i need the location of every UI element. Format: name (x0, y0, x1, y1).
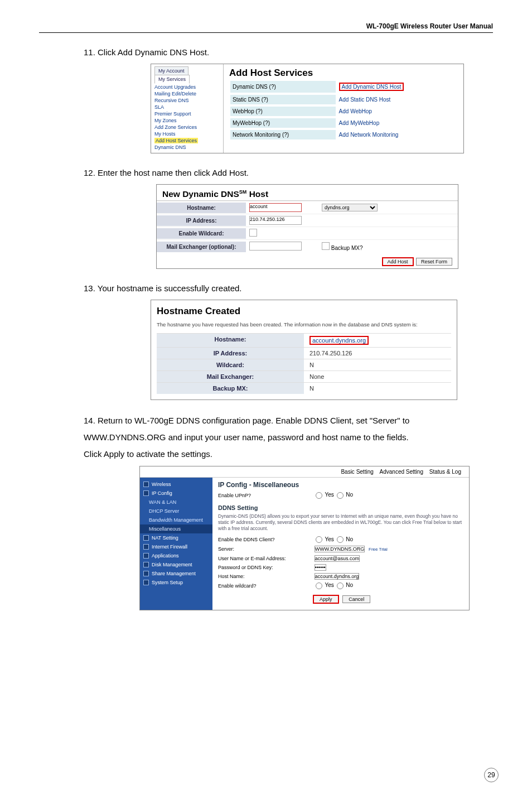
label-enable-wildcard: Enable wildcard? (218, 583, 313, 589)
input-ip[interactable]: 210.74.250.126 (249, 216, 302, 225)
nav-item[interactable]: Disk Management (140, 560, 212, 569)
manual-page: WL-700gE Wireless Router User Manual 11.… (0, 0, 532, 799)
ss3-label: Wildcard: (157, 359, 304, 370)
ss2-heading: New Dynamic DNSSM Host (157, 185, 458, 201)
table-row: Dynamic DNS (?)Add Dynamic DNS Host (230, 81, 457, 93)
label-enable-ddns: Enable the DDNS Client? (218, 537, 313, 542)
checkbox-backup-mx[interactable] (322, 242, 330, 250)
svc-cell: WebHop (?) (230, 107, 336, 116)
table-row: WebHop (?)Add WebHop (230, 107, 457, 116)
label-wildcard: Enable Wildcard: (157, 228, 246, 239)
ss1-sidebar: My Account My Services Account Upgrades … (151, 64, 224, 153)
page-number: 29 (484, 768, 499, 782)
side-link[interactable]: My Hosts (154, 131, 220, 137)
add-network-monitoring-link[interactable]: Add Network Monitoring (339, 132, 399, 138)
side-link[interactable]: Add Zone Services (154, 124, 220, 131)
nav-box-icon (143, 482, 149, 487)
nav-item[interactable]: NAT Setting (140, 533, 212, 542)
label-mx: Mail Exchanger (optional): (157, 242, 246, 252)
nav-item[interactable]: IP Config (140, 489, 212, 498)
input-password[interactable]: •••••• (315, 564, 326, 571)
tab-basic-setting[interactable]: Basic Setting (341, 469, 373, 475)
side-link[interactable]: Recursive DNS (154, 97, 220, 104)
radio-upnp-no[interactable] (337, 492, 344, 499)
radio-wild-no[interactable] (337, 583, 344, 589)
ss3-label: Hostname: (157, 334, 304, 347)
nav-box-icon (143, 553, 149, 559)
add-static-dns-host-link[interactable]: Add Static DNS Host (339, 97, 391, 103)
side-link[interactable]: Add Host Services (154, 137, 220, 144)
side-link[interactable]: My Zones (154, 117, 220, 124)
table-row: Network Monitoring (?)Add Network Monito… (230, 130, 457, 139)
input-hostname-cfg[interactable]: account.dyndns.org (315, 573, 360, 580)
add-webhop-link[interactable]: Add WebHop (339, 108, 372, 114)
page-header: WL-700gE Wireless Router User Manual (39, 22, 493, 33)
ss3-heading: Hostname Created (157, 306, 451, 317)
side-link[interactable]: SLA (154, 104, 220, 110)
nav-item[interactable]: System Setup (140, 578, 212, 587)
side-link-highlight[interactable]: Add Host Services (154, 138, 198, 143)
tab-my-services[interactable]: My Services (154, 75, 190, 84)
step-11: 11. Click Add Dynamic DNS Host. (84, 47, 493, 57)
ss3-bmx-value: N (304, 383, 451, 394)
side-link[interactable]: Mailing Edit/Delete (154, 90, 220, 97)
row-ip: IP Address: 210.74.250.126 (157, 214, 458, 227)
nav-item[interactable]: Internet Firewall (140, 542, 212, 551)
screenshot-hostname-created: Hostname Created The hostname you have r… (151, 300, 457, 400)
input-username[interactable]: account@asus.com (315, 555, 360, 562)
side-link[interactable]: Dynamic DNS (154, 144, 220, 151)
tab-my-account[interactable]: My Account (154, 66, 188, 75)
input-hostname[interactable]: account (249, 203, 302, 212)
input-mx[interactable] (249, 242, 302, 251)
reset-form-button[interactable]: Reset Form (416, 258, 452, 266)
ss1-title: Add Host Services (229, 68, 458, 79)
nav-item[interactable]: Wireless (140, 480, 212, 489)
ss4-nav: Wireless IP Config WAN & LAN DHCP Server… (140, 478, 212, 610)
cancel-button[interactable]: Cancel (342, 595, 370, 603)
label-backup-mx: Backup MX? (331, 245, 363, 251)
svc-cell: Static DNS (?) (230, 95, 336, 104)
nav-sub-item[interactable]: WAN & LAN (140, 498, 212, 507)
ss3-desc: The hostname you have requested has been… (157, 321, 451, 328)
radio-ddns-no[interactable] (337, 536, 344, 543)
radio-wild-yes[interactable] (316, 583, 322, 589)
ss2-title-pre: New Dynamic DNS (162, 189, 239, 199)
ss3-hostname-value: account.dyndns.org (309, 336, 369, 345)
checkbox-wildcard[interactable] (249, 229, 257, 237)
label-ip: IP Address: (157, 215, 246, 226)
table-row: Static DNS (?)Add Static DNS Host (230, 95, 457, 104)
select-domain[interactable]: dyndns.org (322, 204, 378, 211)
step-13: 13. Your hostname is successfully create… (84, 283, 493, 293)
ss3-mx-value: None (304, 371, 451, 382)
radio-upnp-yes[interactable] (316, 492, 322, 499)
label-upnp: Enable UPnP? (218, 493, 313, 498)
nav-sub-item-miscellaneous[interactable]: Miscellaneous (140, 524, 212, 533)
row-hostname: Hostname: account dyndns.org (157, 201, 458, 214)
tab-status-log[interactable]: Status & Log (429, 469, 461, 475)
nav-sub-item[interactable]: Bandwidth Management (140, 516, 212, 524)
nav-box-icon (143, 580, 149, 585)
free-trial-link[interactable]: Free Trial (369, 547, 388, 552)
radio-ddns-yes[interactable] (316, 536, 322, 543)
apply-button[interactable]: Apply (313, 595, 339, 604)
tab-advanced-setting[interactable]: Advanced Setting (380, 469, 423, 475)
screenshot-add-host-services: My Account My Services Account Upgrades … (151, 64, 464, 153)
side-link[interactable]: Premier Support (154, 110, 220, 117)
add-mywebhop-link[interactable]: Add MyWebHop (339, 120, 380, 126)
label-hostname: Hostname: (157, 203, 246, 213)
side-link[interactable]: Account Upgrades (154, 84, 220, 90)
input-server[interactable]: WWW.DYNDNS.ORG (315, 546, 365, 552)
nav-item[interactable]: Share Management (140, 569, 212, 578)
add-dynamic-dns-host-link[interactable]: Add Dynamic DNS Host (339, 83, 404, 91)
nav-box-icon (143, 562, 149, 567)
svc-cell: Network Monitoring (?) (230, 130, 336, 139)
nav-sub-item[interactable]: DHCP Server (140, 507, 212, 516)
row-mail-exchanger: Mail Exchanger (optional): Backup MX? (157, 239, 458, 253)
ss4-main: IP Config - Miscellaneous Enable UPnP? Y… (212, 478, 469, 610)
nav-item[interactable]: Applications (140, 551, 212, 560)
header-title: WL-700gE Wireless Router User Manual (366, 22, 493, 30)
ss2-title-post: Host (246, 189, 268, 199)
nav-box-icon (143, 544, 149, 550)
row-wildcard: Enable Wildcard: (157, 227, 458, 239)
add-host-button[interactable]: Add Host (382, 257, 414, 266)
